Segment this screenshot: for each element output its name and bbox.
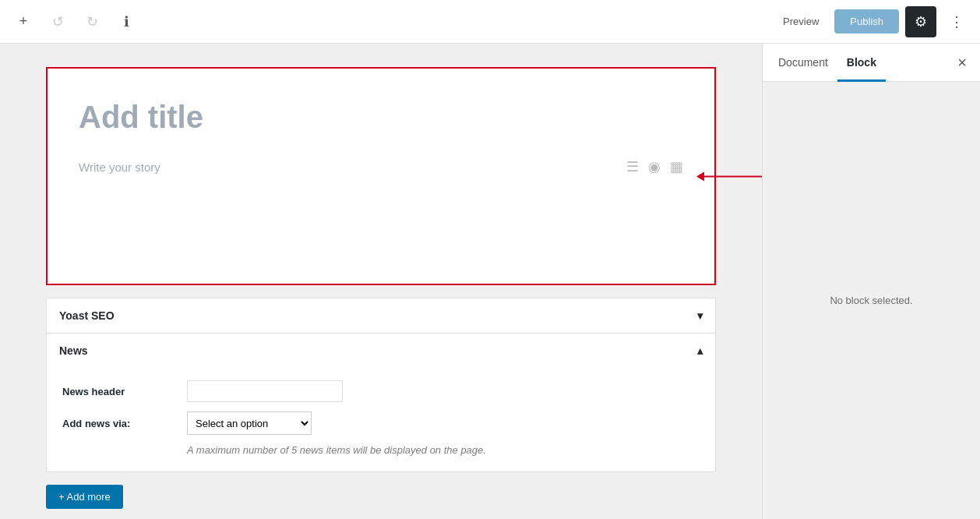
tab-document[interactable]: Document [769,44,837,82]
news-chevron-up-icon: ▴ [697,344,703,357]
content-field[interactable]: Add title Write your story ☰ ◉ ▦ [46,67,716,285]
add-news-via-row: Add news via: Select an option [62,411,700,435]
sidebar-close-button[interactable]: × [950,51,974,74]
content-field-wrapper: Add title Write your story ☰ ◉ ▦ Content… [46,67,716,285]
add-news-via-select[interactable]: Select an option [187,411,312,435]
toolbar: + ↺ ↻ ℹ Preview Publish ⚙ ⋮ [0,0,980,44]
undo-icon: ↺ [52,13,64,30]
news-header-row: News header [62,380,700,402]
list-icon: ☰ [626,158,639,175]
publish-button[interactable]: Publish [834,9,899,34]
settings-button[interactable]: ⚙ [905,6,936,37]
add-more-section: + Add more [46,472,716,519]
story-row: Write your story ☰ ◉ ▦ [79,158,683,175]
redo-button[interactable]: ↻ [78,8,106,36]
toolbar-left: + ↺ ↻ ℹ [9,8,767,36]
table-icon: ▦ [670,158,683,175]
news-section: News ▴ News header Add news via: [47,334,715,471]
add-block-button[interactable]: + [9,8,37,36]
settings-icon: ⚙ [915,13,927,30]
add-news-via-control: Select an option [187,411,700,435]
more-icon: ⋮ [950,13,964,30]
more-options-button[interactable]: ⋮ [943,8,971,36]
yoast-seo-header[interactable]: Yoast SEO ▾ [47,298,715,333]
news-header-input[interactable] [187,380,343,402]
circle-icon: ◉ [648,158,661,175]
news-header[interactable]: News ▴ [47,334,715,368]
story-icons: ☰ ◉ ▦ [626,158,683,175]
redo-icon: ↻ [86,13,98,30]
add-icon: + [19,13,28,30]
yoast-seo-chevron-down-icon: ▾ [697,309,703,322]
news-section-body: News header Add news via: Select an opti… [47,368,715,471]
arrow-line [703,175,762,177]
add-more-button[interactable]: + Add more [46,485,123,509]
sidebar-content: No block selected. [763,82,980,519]
sidebar-tabs: Document Block × [763,44,980,82]
yoast-seo-section: Yoast SEO ▾ [47,298,715,334]
undo-button[interactable]: ↺ [44,8,72,36]
story-placeholder[interactable]: Write your story [79,161,611,174]
news-header-label: News header [62,386,187,397]
info-icon: ℹ [124,13,129,30]
info-button[interactable]: ℹ [112,8,140,36]
main-layout: Add title Write your story ☰ ◉ ▦ Content… [0,44,980,519]
preview-button[interactable]: Preview [774,11,828,32]
news-header-control [187,380,700,402]
content-field-arrow: Content Field [703,170,762,183]
tab-block[interactable]: Block [837,44,886,82]
meta-panels: Yoast SEO ▾ News ▴ News header [46,298,716,472]
post-title-placeholder[interactable]: Add title [79,100,683,135]
news-label: News [59,344,88,357]
add-news-via-label: Add news via: [62,418,187,429]
no-block-message: No block selected. [830,295,912,306]
sidebar: Document Block × No block selected. [762,44,980,519]
news-hint: A maximum number of 5 news items will be… [187,444,700,456]
toolbar-right: Preview Publish ⚙ ⋮ [774,6,971,37]
editor-area: Add title Write your story ☰ ◉ ▦ Content… [0,44,762,519]
yoast-seo-label: Yoast SEO [59,309,115,322]
